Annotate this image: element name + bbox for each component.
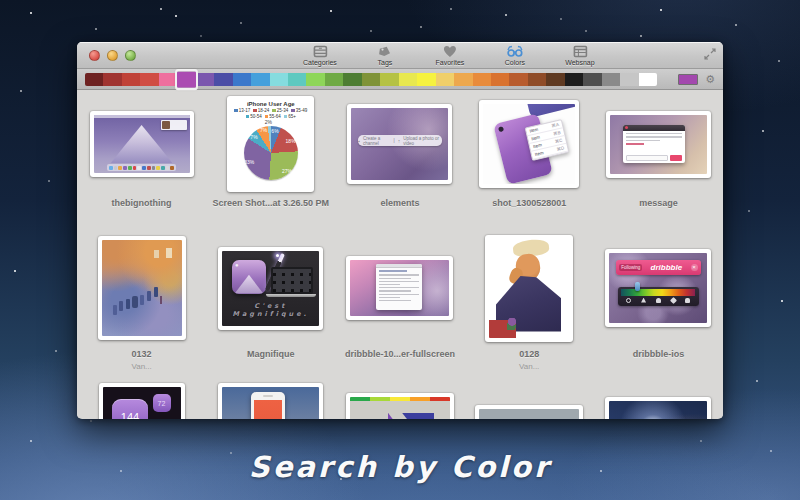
thumbnail-label: dribbble-10...er-fullscreen [345,349,455,359]
color-swatch[interactable] [473,73,491,86]
app-window: Categories Tags Favorites Colors [77,42,723,419]
grid-cell: ☼ [206,383,335,419]
color-swatch-selected[interactable] [177,71,195,87]
color-swatch[interactable] [270,73,288,86]
legend-item: 25-34 [272,108,288,113]
thumbnail-thebignothing[interactable] [90,111,194,177]
color-swatch[interactable] [196,73,214,86]
color-swatch[interactable] [380,73,398,86]
color-swatch[interactable] [436,73,454,86]
grid-cell: message [594,96,723,208]
toolbar-item-favorites[interactable]: Favorites [424,45,476,66]
color-swatch[interactable] [103,73,121,86]
thumbnail-image: ☼ [222,387,319,419]
thumbnail-sublabel: Van... [519,362,539,371]
thumbnail-image: ● C'est Magnifique. [222,251,319,326]
color-swatch[interactable] [233,73,251,86]
thumbnail-sublabel: Van... [131,362,151,371]
close-icon: × [691,264,698,271]
color-swatch[interactable] [362,73,380,86]
thumbnail-dribbble-fullscreen[interactable] [346,256,453,320]
thumbnail-galaxy[interactable] [605,397,711,419]
categories-icon [312,45,327,58]
grid-cell: iPhone User Age 13-1718-2425-3435-4950-5… [206,96,335,208]
pie-percent-label: 7% [250,134,257,140]
thumbnail-0132[interactable] [98,236,186,340]
color-swatch[interactable] [306,73,324,86]
thumbnail-pie-chart-screenshot[interactable]: iPhone User Age 13-1718-2425-3435-4950-5… [227,96,314,192]
thumbnail-image [609,401,707,419]
color-swatch[interactable] [85,73,103,86]
color-swatch[interactable] [288,73,306,86]
thumbnail-image: 144 72 [103,387,181,419]
thumbnail-iphone-weather[interactable]: ☼ [218,383,323,419]
toolbar-item-categories[interactable]: Categories [294,45,346,66]
close-button[interactable] [89,50,100,61]
heart-icon [443,45,457,58]
starfield [0,0,2,2]
thumbnail-grid: thebignothing iPhone User Age 13-1718-24… [77,90,723,418]
thumbnail-image [94,115,190,173]
grid-cell: 0132 Van... [77,233,206,371]
toolbar-label: Colors [505,59,525,66]
color-swatch[interactable] [491,73,509,86]
grid-cell: 0128 Van... [465,233,594,371]
thumbnail-tangram[interactable] [346,393,454,419]
color-swatch[interactable] [399,73,417,86]
legend-item: 50-54 [246,114,262,119]
toolbar-label: Categories [303,59,337,66]
color-swatch[interactable] [417,73,435,86]
color-swatch[interactable] [546,73,564,86]
color-swatch[interactable] [454,73,472,86]
grid-cell: dribbble-10...er-fullscreen [335,233,464,371]
thumbnail-shot-1300528001[interactable]: Item⌘A Item⌘B Item⌘C Item⌘D [479,100,579,188]
thumbnail-0128[interactable] [485,235,573,342]
color-swatch[interactable] [509,73,527,86]
thumbnail-dribbble-ios[interactable]: Following dribbble × [605,249,711,327]
thumbnail-image: Following dribbble × [609,253,707,323]
fullscreen-icon[interactable] [704,46,716,58]
color-swatch[interactable] [602,73,620,86]
color-swatch[interactable] [343,73,361,86]
color-swatch[interactable] [140,73,158,86]
toolbar-item-tags[interactable]: Tags [359,45,411,66]
current-color-swatch[interactable] [678,74,698,85]
color-swatch[interactable] [325,73,343,86]
thumbnail-elements[interactable]: ▪ Create a channel | ↑ Upload a photo or… [347,104,452,184]
color-swatch[interactable] [639,73,657,86]
grid-cell: Item⌘A Item⌘B Item⌘C Item⌘D shot_1300528… [465,96,594,208]
thumbnail-message[interactable] [606,111,711,178]
color-swatch[interactable] [583,73,601,86]
thumbnail-app-cards[interactable] [475,405,583,419]
apple-logo-icon: ● [235,262,239,268]
thumbnail-label: thebignothing [112,198,172,208]
color-swatch[interactable] [159,73,177,86]
thumbnail-label: elements [380,198,419,208]
pie-chart-wrap: 6%18%27%33%7%7%2% [241,123,301,183]
hand-icon [685,298,690,303]
gear-icon[interactable]: ⚙ [705,74,715,85]
color-swatch[interactable] [620,73,638,86]
thumbnail-image: iPhone User Age 13-1718-2425-3435-4950-5… [231,100,310,188]
color-swatch[interactable] [251,73,269,86]
dribbble-ball-icon [626,298,631,303]
pie-chart-title: iPhone User Age [247,101,295,107]
thumbnail-label: dribbble-ios [633,349,685,359]
toolbar-item-colors[interactable]: Colors [489,45,541,66]
color-swatch[interactable] [122,73,140,86]
color-swatch[interactable] [214,73,232,86]
minimize-button[interactable] [107,50,118,61]
color-swatch[interactable] [565,73,583,86]
thumbnail-icon-sizes[interactable]: 144 72 [99,383,185,419]
color-swatch[interactable] [528,73,546,86]
grid-cell: ● C'est Magnifique. Magnifique [206,233,335,371]
color-slider-handle [635,282,640,291]
grid-cell: ▪ Create a channel | ↑ Upload a photo or… [335,96,464,208]
thumbnail-label: 0128 [519,349,539,359]
thumbnail-label: 0132 [132,349,152,359]
thumbnail-image: Item⌘A Item⌘B Item⌘C Item⌘D [483,104,575,184]
thumbnail-magnifique[interactable]: ● C'est Magnifique. [218,247,323,330]
toolbar-item-websnap[interactable]: Websnap [554,45,606,66]
titlebar: Categories Tags Favorites Colors [77,42,723,69]
zoom-button[interactable] [125,50,136,61]
